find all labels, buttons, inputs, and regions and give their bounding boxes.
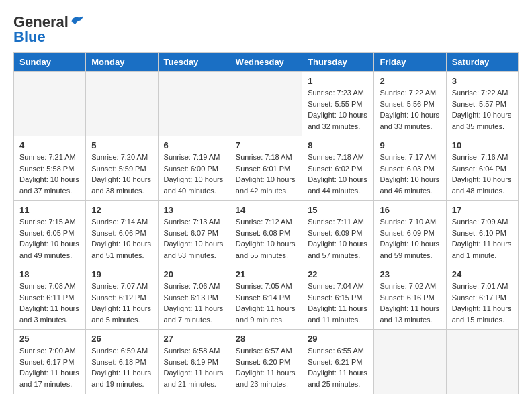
day-number: 1	[308, 76, 368, 86]
day-info: Sunrise: 7:19 AM Sunset: 6:00 PM Dayligh…	[164, 152, 224, 196]
day-info: Sunrise: 7:06 AM Sunset: 6:13 PM Dayligh…	[164, 281, 224, 325]
day-info: Sunrise: 7:11 AM Sunset: 6:09 PM Dayligh…	[308, 216, 368, 261]
week-row-5: 25Sunrise: 7:00 AM Sunset: 6:17 PM Dayli…	[14, 330, 519, 394]
calendar-cell: 18Sunrise: 7:08 AM Sunset: 6:11 PM Dayli…	[14, 265, 86, 330]
day-info: Sunrise: 7:22 AM Sunset: 5:56 PM Dayligh…	[380, 87, 440, 132]
calendar-cell	[86, 72, 158, 136]
day-info: Sunrise: 7:22 AM Sunset: 5:57 PM Dayligh…	[452, 87, 513, 132]
calendar-cell	[230, 72, 302, 136]
logo-blue: Blue	[13, 28, 46, 46]
calendar-cell: 10Sunrise: 7:16 AM Sunset: 6:04 PM Dayli…	[446, 136, 518, 201]
logo: General Blue	[13, 13, 85, 46]
day-number: 17	[452, 205, 513, 215]
day-number: 20	[164, 269, 224, 279]
day-number: 22	[308, 269, 368, 279]
day-number: 29	[308, 334, 368, 344]
week-row-2: 4Sunrise: 7:21 AM Sunset: 5:58 PM Daylig…	[14, 136, 519, 201]
calendar-cell: 26Sunrise: 6:59 AM Sunset: 6:18 PM Dayli…	[86, 330, 158, 394]
weekday-header-friday: Friday	[374, 53, 446, 72]
calendar-cell: 3Sunrise: 7:22 AM Sunset: 5:57 PM Daylig…	[446, 72, 518, 136]
day-number: 18	[19, 269, 80, 279]
calendar-cell	[446, 330, 518, 394]
week-row-3: 11Sunrise: 7:15 AM Sunset: 6:05 PM Dayli…	[14, 201, 519, 265]
day-info: Sunrise: 7:01 AM Sunset: 6:17 PM Dayligh…	[452, 281, 513, 325]
calendar-cell: 28Sunrise: 6:57 AM Sunset: 6:20 PM Dayli…	[230, 330, 302, 394]
day-info: Sunrise: 7:21 AM Sunset: 5:58 PM Dayligh…	[19, 152, 80, 196]
calendar-cell: 24Sunrise: 7:01 AM Sunset: 6:17 PM Dayli…	[446, 265, 518, 330]
weekday-header-sunday: Sunday	[14, 53, 86, 72]
calendar-cell: 1Sunrise: 7:23 AM Sunset: 5:55 PM Daylig…	[302, 72, 374, 136]
calendar-cell	[374, 330, 446, 394]
calendar-cell: 12Sunrise: 7:14 AM Sunset: 6:06 PM Dayli…	[86, 201, 158, 265]
day-number: 16	[380, 205, 440, 215]
day-number: 12	[91, 205, 152, 215]
calendar-table: SundayMondayTuesdayWednesdayThursdayFrid…	[13, 52, 519, 394]
weekday-header-saturday: Saturday	[446, 53, 518, 72]
header: General Blue	[13, 13, 519, 46]
day-number: 25	[19, 334, 80, 344]
weekday-header-thursday: Thursday	[302, 53, 374, 72]
day-info: Sunrise: 7:05 AM Sunset: 6:14 PM Dayligh…	[236, 281, 296, 325]
day-number: 27	[164, 334, 224, 344]
day-info: Sunrise: 7:08 AM Sunset: 6:11 PM Dayligh…	[19, 281, 80, 325]
week-row-1: 1Sunrise: 7:23 AM Sunset: 5:55 PM Daylig…	[14, 72, 519, 136]
day-number: 7	[236, 140, 296, 150]
day-number: 6	[164, 140, 224, 150]
day-number: 21	[236, 269, 296, 279]
calendar-cell: 19Sunrise: 7:07 AM Sunset: 6:12 PM Dayli…	[86, 265, 158, 330]
day-info: Sunrise: 6:59 AM Sunset: 6:18 PM Dayligh…	[91, 345, 152, 390]
day-number: 14	[236, 205, 296, 215]
day-info: Sunrise: 7:07 AM Sunset: 6:12 PM Dayligh…	[91, 281, 152, 325]
day-info: Sunrise: 7:15 AM Sunset: 6:05 PM Dayligh…	[19, 216, 80, 261]
day-number: 11	[19, 205, 80, 215]
day-info: Sunrise: 6:58 AM Sunset: 6:19 PM Dayligh…	[164, 345, 224, 390]
day-number: 13	[164, 205, 224, 215]
weekday-header-monday: Monday	[86, 53, 158, 72]
calendar-cell: 8Sunrise: 7:18 AM Sunset: 6:02 PM Daylig…	[302, 136, 374, 201]
calendar-cell: 16Sunrise: 7:10 AM Sunset: 6:09 PM Dayli…	[374, 201, 446, 265]
calendar-cell: 4Sunrise: 7:21 AM Sunset: 5:58 PM Daylig…	[14, 136, 86, 201]
calendar-cell: 22Sunrise: 7:04 AM Sunset: 6:15 PM Dayli…	[302, 265, 374, 330]
calendar-cell: 6Sunrise: 7:19 AM Sunset: 6:00 PM Daylig…	[158, 136, 230, 201]
week-row-4: 18Sunrise: 7:08 AM Sunset: 6:11 PM Dayli…	[14, 265, 519, 330]
calendar-cell: 2Sunrise: 7:22 AM Sunset: 5:56 PM Daylig…	[374, 72, 446, 136]
calendar-cell: 21Sunrise: 7:05 AM Sunset: 6:14 PM Dayli…	[230, 265, 302, 330]
day-info: Sunrise: 7:18 AM Sunset: 6:01 PM Dayligh…	[236, 152, 296, 196]
day-info: Sunrise: 7:10 AM Sunset: 6:09 PM Dayligh…	[380, 216, 440, 261]
day-number: 28	[236, 334, 296, 344]
day-info: Sunrise: 7:14 AM Sunset: 6:06 PM Dayligh…	[91, 216, 152, 261]
calendar-cell: 25Sunrise: 7:00 AM Sunset: 6:17 PM Dayli…	[14, 330, 86, 394]
day-info: Sunrise: 7:04 AM Sunset: 6:15 PM Dayligh…	[308, 281, 368, 325]
calendar-cell: 20Sunrise: 7:06 AM Sunset: 6:13 PM Dayli…	[158, 265, 230, 330]
day-number: 8	[308, 140, 368, 150]
calendar-cell: 5Sunrise: 7:20 AM Sunset: 5:59 PM Daylig…	[86, 136, 158, 201]
day-info: Sunrise: 7:20 AM Sunset: 5:59 PM Dayligh…	[91, 152, 152, 196]
day-number: 2	[380, 76, 440, 86]
day-number: 9	[380, 140, 440, 150]
day-number: 3	[452, 76, 513, 86]
day-info: Sunrise: 7:23 AM Sunset: 5:55 PM Dayligh…	[308, 87, 368, 132]
day-number: 24	[452, 269, 513, 279]
day-number: 4	[19, 140, 80, 150]
day-number: 26	[91, 334, 152, 344]
calendar-cell: 23Sunrise: 7:02 AM Sunset: 6:16 PM Dayli…	[374, 265, 446, 330]
calendar-cell: 11Sunrise: 7:15 AM Sunset: 6:05 PM Dayli…	[14, 201, 86, 265]
calendar-cell: 13Sunrise: 7:13 AM Sunset: 6:07 PM Dayli…	[158, 201, 230, 265]
day-number: 19	[91, 269, 152, 279]
calendar-cell: 9Sunrise: 7:17 AM Sunset: 6:03 PM Daylig…	[374, 136, 446, 201]
calendar-cell: 17Sunrise: 7:09 AM Sunset: 6:10 PM Dayli…	[446, 201, 518, 265]
calendar-cell: 27Sunrise: 6:58 AM Sunset: 6:19 PM Dayli…	[158, 330, 230, 394]
calendar-cell: 7Sunrise: 7:18 AM Sunset: 6:01 PM Daylig…	[230, 136, 302, 201]
day-info: Sunrise: 7:13 AM Sunset: 6:07 PM Dayligh…	[164, 216, 224, 261]
day-info: Sunrise: 6:55 AM Sunset: 6:21 PM Dayligh…	[308, 345, 368, 390]
day-info: Sunrise: 7:09 AM Sunset: 6:10 PM Dayligh…	[452, 216, 513, 261]
day-number: 15	[308, 205, 368, 215]
day-number: 5	[91, 140, 152, 150]
day-number: 10	[452, 140, 513, 150]
day-info: Sunrise: 7:02 AM Sunset: 6:16 PM Dayligh…	[380, 281, 440, 325]
weekday-header-wednesday: Wednesday	[230, 53, 302, 72]
day-info: Sunrise: 7:17 AM Sunset: 6:03 PM Dayligh…	[380, 152, 440, 196]
calendar-cell: 29Sunrise: 6:55 AM Sunset: 6:21 PM Dayli…	[302, 330, 374, 394]
day-info: Sunrise: 7:12 AM Sunset: 6:08 PM Dayligh…	[236, 216, 296, 261]
day-info: Sunrise: 7:18 AM Sunset: 6:02 PM Dayligh…	[308, 152, 368, 196]
